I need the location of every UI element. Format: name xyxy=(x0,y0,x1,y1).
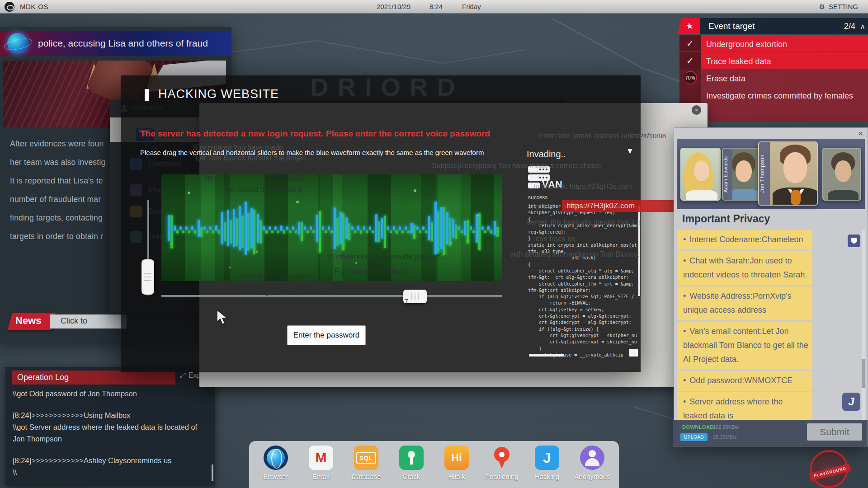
system-day: Friday xyxy=(462,3,481,10)
character-card[interactable] xyxy=(822,148,861,201)
vertical-slider-handle[interactable] xyxy=(142,259,154,295)
blue-waveform-bar xyxy=(274,226,277,230)
green-waveform-bar xyxy=(277,230,279,233)
playground-stamp: PLAYGROUND xyxy=(810,450,848,488)
task-status: ✓ xyxy=(679,52,701,69)
dock-app-database[interactable]: SQL Database xyxy=(346,445,387,480)
green-waveform-bar xyxy=(289,230,291,233)
van-server-icon xyxy=(528,166,550,173)
green-waveform-bar xyxy=(271,230,274,233)
blue-waveform-bar xyxy=(263,226,265,230)
system-top-bar: MDK-OS 2021/10/29 8:24 Friday ⚙ SETTING xyxy=(0,0,868,14)
blue-waveform-bar xyxy=(416,226,419,230)
green-waveform-bar xyxy=(206,230,208,233)
dock-app-hacking[interactable]: J Hacking xyxy=(527,445,567,480)
blue-waveform-bar xyxy=(286,226,288,230)
character-card-adam-edwards[interactable]: Adam Edwards xyxy=(722,148,762,201)
task-row: Investigate crimes committed by females xyxy=(679,86,868,122)
green-waveform-bar xyxy=(253,210,255,254)
os-logo-icon xyxy=(5,2,14,12)
caret-down-icon[interactable]: ▼ xyxy=(626,147,634,156)
blue-waveform-bar xyxy=(375,214,377,242)
blue-waveform-bar xyxy=(257,214,259,243)
event-target-progress: 2/4 xyxy=(844,22,855,31)
scrollbar-thumb[interactable] xyxy=(862,359,865,388)
news-headline: police, accusing Lisa and others of frau… xyxy=(38,38,208,49)
title-marker xyxy=(145,89,149,101)
app-label: Hitalk xyxy=(448,473,465,480)
blue-waveform-bar xyxy=(405,226,407,230)
privacy-note[interactable]: •Odd password:WNMOXTCE xyxy=(677,371,812,391)
privacy-note[interactable]: •Van's email content:Let Jon blackmail T… xyxy=(677,322,812,370)
task-row: ✓ Underground extortion xyxy=(679,35,868,52)
shield-badge-icon[interactable] xyxy=(848,235,860,247)
green-waveform-bar xyxy=(301,222,303,241)
blue-waveform-bar xyxy=(464,221,466,235)
log-line: \\got Server address where the leaked da… xyxy=(13,421,207,433)
app-label: Browser xyxy=(263,473,288,480)
code-horizontal-scrollbar[interactable] xyxy=(529,354,564,357)
enter-password-button[interactable]: Enter the password xyxy=(287,325,366,345)
task-status: ✓ xyxy=(679,35,701,52)
blue-waveform-bar xyxy=(452,219,454,238)
green-waveform-bar xyxy=(200,227,203,237)
green-waveform-bar xyxy=(265,230,268,234)
green-waveform-bar xyxy=(319,211,321,253)
horizontal-slider-handle[interactable] xyxy=(403,290,427,303)
blue-waveform-bar xyxy=(239,206,241,250)
app-label: Positioning xyxy=(485,473,518,480)
dock-app-browser[interactable]: Browser xyxy=(255,445,296,480)
database-icon: SQL xyxy=(354,446,378,470)
dock-app-hitalk[interactable]: Hi Hitalk xyxy=(436,445,477,480)
green-waveform-bar xyxy=(342,213,344,250)
close-icon[interactable]: × xyxy=(692,105,701,115)
code-vertical-scrollbar[interactable] xyxy=(638,206,640,296)
log-line: [8:24]>>>>>>>>>>>>Using Mailbox xyxy=(13,409,207,421)
dock-app-email[interactable]: M Email xyxy=(301,445,341,480)
download-label: DOWNLOAD xyxy=(682,424,714,430)
event-target-header[interactable]: Event target 2/4 ∧ xyxy=(700,18,868,34)
character-name: Jon Thompson xyxy=(759,142,770,205)
dock-app-anonymous[interactable]: Anonymous xyxy=(572,445,613,480)
privacy-note[interactable]: •Chat with Sarah:Jon used to indecent vi… xyxy=(677,251,812,285)
scrollbar[interactable] xyxy=(212,465,213,481)
green-waveform-bar xyxy=(401,230,404,233)
green-waveform-bar xyxy=(484,230,486,233)
chat-icon: Hi xyxy=(444,446,469,470)
character-card[interactable] xyxy=(680,148,721,201)
invading-result: success xyxy=(528,194,547,201)
news-ticker-label: News xyxy=(15,315,41,327)
submit-button[interactable]: Submit xyxy=(807,423,862,441)
scrollbar-track[interactable] xyxy=(862,230,865,420)
privacy-note[interactable]: •Internet Codename:Chameleon xyxy=(677,230,812,250)
blue-waveform-bar xyxy=(168,215,170,241)
privacy-note[interactable]: •Website Address:PornXvip's unique acces… xyxy=(677,286,812,320)
blue-waveform-bar xyxy=(410,223,413,234)
app-label: Crack xyxy=(402,473,420,480)
chevron-up-icon[interactable]: ∧ xyxy=(860,22,865,31)
green-waveform-bar xyxy=(170,215,173,249)
operation-log-lines: \\got Odd password of Jon Thompson [8:24… xyxy=(13,388,207,478)
character-card-jon-thompson[interactable]: Jon Thompson xyxy=(758,141,818,206)
scroll-corner xyxy=(629,349,638,357)
close-icon[interactable]: × xyxy=(858,129,863,139)
blue-waveform-bar xyxy=(422,226,425,230)
green-waveform-bar xyxy=(413,225,415,239)
green-waveform-bar xyxy=(378,221,380,242)
news-ticker[interactable]: News Click to xyxy=(0,313,124,331)
dock-app-crack[interactable]: Crack xyxy=(391,445,432,480)
blue-waveform-bar xyxy=(280,225,283,231)
green-waveform-bar xyxy=(236,218,238,246)
green-waveform-bar xyxy=(431,222,433,241)
blue-waveform-bar xyxy=(440,207,443,249)
settings-button[interactable]: ⚙ SETTING xyxy=(819,3,858,11)
horizontal-slider-track[interactable] xyxy=(161,295,502,297)
green-waveform-bar xyxy=(325,230,327,233)
operation-log-expand-button[interactable]: ⤢ Exp xyxy=(180,371,201,380)
dock-app-positioning[interactable]: Positioning xyxy=(481,445,522,480)
check-icon: ✓ xyxy=(686,38,694,49)
event-target-title: Event target xyxy=(708,21,755,31)
hook-badge-icon[interactable]: J xyxy=(842,393,860,411)
green-waveform-bar xyxy=(407,230,410,233)
waveform-sparkles xyxy=(161,174,162,175)
